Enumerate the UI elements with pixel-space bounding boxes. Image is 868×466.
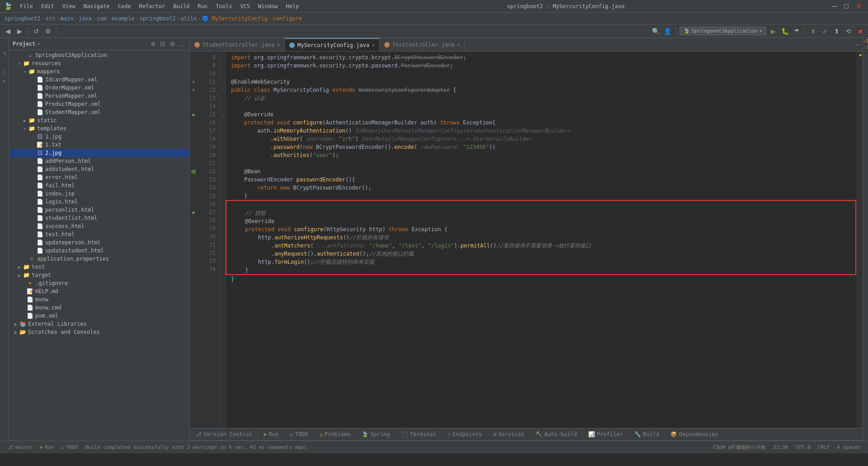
breadcrumb-utils[interactable]: utils [180,15,197,22]
menu-navigate[interactable]: Navigate [80,2,113,10]
menu-build[interactable]: Build [170,2,193,10]
status-indent[interactable]: 4 spaces [833,444,864,450]
sidebar-more-button[interactable]: … [178,40,186,48]
tree-item-updatastudent[interactable]: 📄 updatastudent.html [9,247,189,255]
toolbar-vcs-update-button[interactable]: ⬆ [808,26,818,36]
status-version-control[interactable]: ⎇ master [4,441,37,453]
toolbar-user-button[interactable]: 👤 [663,26,673,36]
tree-item-login[interactable]: 📄 login.html [9,198,189,206]
left-vtab-structure[interactable]: ≡ [0,77,9,85]
tree-item-resources[interactable]: ▾ 📁 resources [9,59,189,67]
menu-edit[interactable]: Edit [38,2,58,10]
tree-item-studentlist[interactable]: 📄 studentlist.html [9,214,189,222]
sidebar-dropdown-icon[interactable]: ▾ [38,41,41,47]
status-line-col[interactable]: 31:38 [769,444,792,450]
tree-item-helpmd[interactable]: 📝 HELP.md [9,287,189,295]
tree-item-external-libs[interactable]: ▶ 📚 External Libraries [9,320,189,328]
menu-tools[interactable]: Tools [212,2,236,10]
breadcrumb-src[interactable]: src [46,15,56,22]
run-configuration[interactable]: 🍃 Springboot2Application ▾ [679,27,766,35]
toolbar-refresh-button[interactable]: ↺ [31,26,41,36]
bottom-tab-dependencies[interactable]: 📦 Dependencies [665,428,724,440]
bottom-tab-endpoints[interactable]: ⚡ Endpoints [442,428,488,440]
tree-item-idcardmapper[interactable]: 📄 IdcardMapper.xml [9,76,189,84]
minimize-button[interactable]: ─ [829,0,840,13]
left-vtab-bookmark[interactable]: ☆ [0,68,9,76]
tree-item-scratches[interactable]: ▶ 📂 Scratches and Consoles [9,328,189,336]
toolbar-vcs-push-button[interactable]: ⬆ [832,26,842,36]
tab-close-test-button[interactable]: ✕ [457,42,460,47]
tree-item-mvnwcmd[interactable]: 📄 mvnw.cmd [9,304,189,312]
tree-item-error[interactable]: 📄 error.html [9,173,189,181]
tree-item-personlist[interactable]: 📄 personlist.html [9,206,189,214]
tab-testcontroller[interactable]: TestController.java ✕ [380,38,465,51]
right-scroll-gutter[interactable]: ▪ [856,52,863,428]
bottom-tab-run[interactable]: ▶ Run [258,428,284,440]
tree-item-ordermapper[interactable]: 📄 OrderMapper.xml [9,84,189,92]
sidebar-settings-button[interactable]: ⚙ [168,40,176,48]
tree-item-1txt[interactable]: 📝 1.txt [9,141,189,149]
tree-item-gitignore[interactable]: 🔸 .gitignore [9,279,189,287]
tab-more-button[interactable]: ⋯ [852,38,863,51]
toolbar-back-button[interactable]: ◀ [3,26,13,36]
tree-item-mappers[interactable]: ▾ 📁 mappers [9,67,189,76]
bottom-tab-profiler[interactable]: 📊 Profiler [583,428,629,440]
menu-refactor[interactable]: Refactor [135,2,169,10]
tree-item-2jpg[interactable]: 🖼 2.jpg [9,149,189,157]
menu-view[interactable]: View [59,2,79,10]
bottom-tab-problems[interactable]: ⚠ Problems [314,428,356,440]
tree-item-target[interactable]: ▶ 📁 target [9,271,189,279]
breadcrumb-springboot2[interactable]: springboot2 [5,15,40,22]
menu-window[interactable]: Window [255,2,281,10]
menu-code[interactable]: Code [114,2,135,10]
sidebar-collapse-button[interactable]: ⊟ [159,40,167,48]
toolbar-coverage-button[interactable]: ☂ [792,26,802,36]
tab-mysercurityconfig[interactable]: MySercurityConfig.java ✕ [285,38,380,51]
toolbar-vcs-history-button[interactable]: ⟲ [844,26,854,36]
breadcrumb-main[interactable]: main [61,15,74,22]
toolbar-settings-button[interactable]: ⚙ [43,26,53,36]
breadcrumb-com[interactable]: com [97,15,107,22]
breadcrumb-java[interactable]: java [79,15,92,22]
status-todo[interactable]: ☑ TODO [57,441,81,453]
tab-close-active-button[interactable]: ✕ [372,43,375,48]
left-vtab-project[interactable]: P [0,40,9,67]
menu-run[interactable]: Run [194,2,211,10]
bottom-tab-autobuild[interactable]: 🔨 Auto-build [530,428,583,440]
toolbar-vcs-commit-button[interactable]: ✓ [820,26,830,36]
tree-item-templates[interactable]: ▾ 📁 templates [9,124,189,133]
maximize-button[interactable]: □ [841,0,851,13]
close-button[interactable]: ✕ [853,0,864,13]
tab-studentcontroller[interactable]: StudentController.java ✕ [190,38,285,51]
status-git-user[interactable]: CSDN @不服输的小乌龟 [710,444,770,451]
status-line-sep[interactable]: CRLF [814,444,834,450]
bottom-tab-version-control[interactable]: ⎇ Version Control [190,428,258,440]
sidebar-locate-button[interactable]: ⊕ [149,40,157,48]
breadcrumb-mysercurityconfig[interactable]: 🔵 MySercurityConfig [202,15,268,22]
toolbar-debug-button[interactable]: 🐛 [780,26,790,36]
toolbar-forward-button[interactable]: ▶ [14,26,24,36]
breadcrumb-springboot2-2[interactable]: springboot2 [140,15,175,22]
tree-item-test[interactable]: ▶ 📁 test [9,263,189,271]
menu-vcs[interactable]: VCS [236,2,254,10]
menu-help[interactable]: Help [282,2,302,10]
tree-item-updateperson[interactable]: 📄 updateperson.html [9,238,189,247]
code-editor[interactable]: import org.springframework.security.cryp… [226,52,856,428]
tree-item-productmapper[interactable]: 📄 ProductMapper.xml [9,100,189,108]
breadcrumb-example[interactable]: example [112,15,135,22]
tree-item-index[interactable]: 📄 index.jsp [9,190,189,198]
tree-item-springboot2application[interactable]: ☕ Springboot2Application [9,51,189,59]
tree-item-success[interactable]: 📄 success.html [9,222,189,230]
menu-file[interactable]: File [16,2,37,10]
tree-item-appprops[interactable]: ⚙ application.properties [9,255,189,263]
tree-item-static[interactable]: ▶ 📁 static [9,116,189,124]
tree-item-studentmapper[interactable]: 📄 StudentMapper.xml [9,108,189,116]
toolbar-search-button[interactable]: 🔍 [651,26,661,36]
bottom-tab-services[interactable]: ⚙ Services [488,428,530,440]
tree-item-mvnw[interactable]: 📄 mvnw [9,295,189,304]
bottom-tab-todo[interactable]: ☑ TODO [284,428,314,440]
tree-item-personmapper[interactable]: 📄 PersonMapper.xml [9,92,189,100]
tree-item-addperson[interactable]: 📄 addPerson.html [9,157,189,165]
tab-close-button[interactable]: ✕ [277,42,280,47]
toolbar-run-button[interactable]: ▶ [768,26,778,36]
